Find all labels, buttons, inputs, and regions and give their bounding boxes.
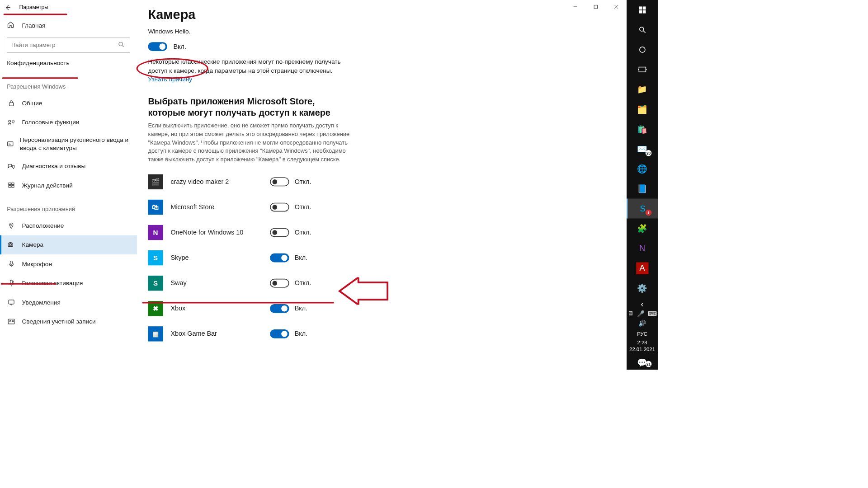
task-store-icon[interactable]: 🛍️ [627,119,658,139]
app-row: SSwayОткл. [148,271,367,296]
task-mail-icon[interactable]: ✉️20 [627,139,658,159]
search-box[interactable] [7,38,130,52]
home-icon [7,21,16,30]
maximize-button[interactable] [585,0,606,14]
app-switch-group: Откл. [270,178,311,187]
app-switch-group: Откл. [270,279,311,288]
nav-location[interactable]: Расположение [0,216,137,235]
clock-date: 22.01.2021 [629,346,655,352]
taskbar: 📁 🗂️ 🛍️ ✉️20 🌐 📘 S1 🧩 N A ⚙️ ‹ 🖥 🎤 ⌨ 🔊 Р… [627,0,658,370]
app-row: ✖XboxВкл. [148,296,367,321]
svg-line-6 [123,46,124,47]
taskbar-clock[interactable]: 2:28 22.01.2021 [629,339,655,353]
task-word-icon[interactable]: 📘 [627,178,658,198]
app-name: Skype [170,254,270,262]
learn-why-link[interactable]: Узнать причину [148,76,192,83]
svg-rect-19 [9,243,11,244]
app-toggle-state: Вкл. [295,254,307,262]
search-input[interactable] [11,42,118,48]
svg-point-16 [10,224,12,225]
nav-microphone[interactable]: Микрофон [0,254,137,273]
nav-speech[interactable]: Голосовые функции [0,113,137,131]
svg-rect-36 [639,67,646,72]
close-button[interactable] [606,0,627,14]
app-toggle[interactable] [270,253,289,263]
volume-icon[interactable]: 🔊 [638,319,646,327]
svg-line-34 [643,31,646,33]
app-switch-group: Вкл. [270,253,307,263]
system-tray-2[interactable]: 🔊 [638,319,646,327]
camera-icon [7,240,16,249]
home-nav[interactable]: Главная [0,15,137,35]
touchpad-icon[interactable]: ⌨ [648,310,657,318]
task-acrobat-icon[interactable]: A [636,262,648,274]
camera-access-toggle[interactable] [148,42,167,51]
window-title: Параметры [19,5,48,11]
svg-rect-22 [10,280,13,284]
search-icon[interactable] [627,20,658,40]
nav-label: Диагностика и отзывы [22,163,86,170]
nav-label: Общие [22,99,42,107]
task-explorer-icon[interactable]: 🗂️ [627,99,658,119]
svg-rect-29 [639,6,642,9]
nav-account-info[interactable]: Сведения учетной записи [0,312,137,331]
app-toggle-state: Вкл. [295,305,307,313]
app-name: OneNote for Windows 10 [170,229,270,237]
task-onenote-icon[interactable]: N [627,238,658,258]
task-skype-icon[interactable]: S1 [627,198,658,218]
inking-icon [7,140,14,149]
nav-voice-activation[interactable]: Голосовая активация [0,273,137,292]
nav-inking[interactable]: Персонализация рукописного ввода и ввода… [0,132,137,157]
app-toggle[interactable] [270,228,289,237]
svg-rect-31 [639,10,642,14]
language-indicator[interactable]: РУС [637,331,647,337]
app-toggle-state: Откл. [295,204,311,211]
apps-description: Если выключить приложение, оно не сможет… [148,122,350,164]
skype-badge: 1 [646,210,652,216]
nav-label: Уведомления [22,299,61,306]
app-toggle[interactable] [270,329,289,338]
tray-expand-icon[interactable]: ‹ [627,298,658,310]
nav-general[interactable]: Общие [0,94,137,113]
task-edge-icon[interactable]: 🌐 [627,159,658,179]
app-icon: N [148,225,163,240]
svg-rect-15 [12,186,14,188]
task-settings-icon[interactable]: ⚙️ [627,278,658,298]
notif-badge: 21 [646,361,652,367]
nav-notifications[interactable]: Уведомления [0,293,137,312]
camera-access-toggle-row: Вкл. [148,42,613,51]
app-icon: 🛍 [148,200,163,215]
nav-camera[interactable]: Камера [0,235,137,254]
task-view-icon[interactable] [627,60,658,80]
mic-icon[interactable]: 🎤 [637,310,645,318]
back-icon[interactable] [3,3,12,12]
history-icon [7,181,16,190]
app-row: 🎬crazy video maker 2Откл. [148,169,367,195]
app-toggle[interactable] [270,203,289,212]
svg-point-33 [639,27,643,31]
task-pinned-icon[interactable]: 🧩 [627,218,658,238]
task-folder-icon[interactable]: 📁 [627,80,658,99]
start-button[interactable] [627,0,658,20]
app-name: Sway [170,280,270,287]
nav-label: Персонализация рукописного ввода и ввода… [20,136,137,152]
display-icon[interactable]: 🖥 [627,310,634,318]
app-icon: S [148,250,163,265]
system-tray[interactable]: 🖥 🎤 ⌨ [627,310,657,318]
app-toggle-state: Откл. [295,178,311,186]
app-toggle[interactable] [270,279,289,288]
nav-activity[interactable]: Журнал действий [0,176,137,195]
app-switch-group: Откл. [270,228,311,237]
app-icon: ✖ [148,301,163,316]
search-icon [118,42,126,49]
action-center-icon[interactable]: 💬21 [627,355,658,370]
app-toggle[interactable] [270,178,289,187]
app-toggle[interactable] [270,304,289,313]
cortana-icon[interactable] [627,40,658,60]
nav-label: Камера [22,241,44,249]
minimize-button[interactable] [565,0,585,14]
app-row: ▦Xbox Game BarВкл. [148,321,367,347]
nav-label: Журнал действий [22,182,73,189]
nav-diagnostics[interactable]: Диагностика и отзывы [0,156,137,175]
lock-icon [7,99,16,108]
